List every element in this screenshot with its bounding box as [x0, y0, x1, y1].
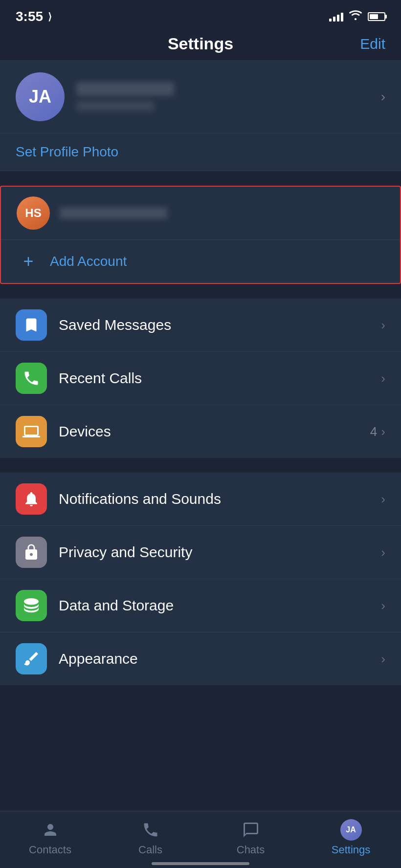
menu-item-devices[interactable]: Devices 4 › [0, 405, 401, 458]
privacy-icon-wrap [16, 537, 47, 568]
menu-item-recent-calls[interactable]: Recent Calls › [0, 352, 401, 405]
menu-item-data[interactable]: Data and Storage › [0, 579, 401, 632]
brush-icon [22, 650, 40, 668]
privacy-chevron-icon: › [381, 545, 385, 560]
tab-calls[interactable]: Calls [121, 819, 180, 856]
location-icon: ⟩ [48, 11, 52, 22]
recent-calls-icon-wrap [16, 363, 47, 394]
phone-icon [22, 369, 40, 387]
menu-item-appearance[interactable]: Appearance › [0, 632, 401, 685]
calls-tab-label: Calls [138, 844, 162, 856]
secondary-account-name-blurred [60, 207, 167, 219]
devices-chevron-icon: › [381, 424, 385, 439]
appearance-chevron-icon: › [381, 651, 385, 667]
devices-label: Devices [59, 423, 370, 440]
section-gap-1 [0, 171, 401, 186]
notifications-icon-wrap [16, 483, 47, 515]
accounts-section: HS + Add Account [0, 186, 401, 284]
profile-section[interactable]: JA › [0, 61, 401, 133]
menu-item-privacy[interactable]: Privacy and Security › [0, 526, 401, 579]
notifications-label: Notifications and Sounds [59, 491, 381, 507]
set-profile-photo-section[interactable]: Set Profile Photo [0, 133, 401, 171]
tab-bar: Contacts Calls Chats JA Settings [0, 811, 401, 868]
tab-settings[interactable]: JA Settings [322, 819, 380, 856]
appearance-label: Appearance [59, 651, 381, 667]
menu-item-saved-messages[interactable]: Saved Messages › [0, 299, 401, 352]
status-icons [329, 10, 385, 23]
contacts-tab-icon [40, 819, 61, 841]
privacy-label: Privacy and Security [59, 544, 381, 561]
status-time: 3:55 ⟩ [16, 9, 52, 24]
data-icon-wrap [16, 590, 47, 621]
home-indicator [152, 862, 249, 865]
saved-messages-label: Saved Messages [59, 317, 381, 333]
notifications-chevron-icon: › [381, 492, 385, 507]
saved-messages-icon-wrap [16, 309, 47, 341]
status-bar: 3:55 ⟩ [0, 0, 401, 29]
set-profile-photo-button[interactable]: Set Profile Photo [16, 144, 118, 159]
storage-icon [22, 597, 40, 614]
content-area: JA › Set Profile Photo HS + Add Account [0, 61, 401, 763]
profile-info [76, 82, 373, 111]
add-account-item[interactable]: + Add Account [1, 240, 400, 283]
profile-phone-blurred [76, 101, 155, 111]
section-gap-3 [0, 458, 401, 473]
settings-avatar: JA [340, 819, 362, 841]
saved-messages-chevron-icon: › [381, 318, 385, 333]
chats-tab-label: Chats [237, 844, 265, 856]
appearance-icon-wrap [16, 643, 47, 674]
tab-contacts[interactable]: Contacts [21, 819, 80, 856]
secondary-account-avatar: HS [17, 196, 50, 230]
time-display: 3:55 [16, 9, 43, 24]
signal-icon [329, 12, 343, 22]
chats-tab-icon [240, 819, 262, 841]
bell-icon [22, 490, 40, 508]
profile-name-blurred [76, 82, 174, 96]
calls-tab-icon [140, 819, 161, 841]
menu-item-notifications[interactable]: Notifications and Sounds › [0, 473, 401, 526]
contacts-tab-label: Contacts [29, 844, 71, 856]
recent-calls-label: Recent Calls [59, 370, 381, 387]
recent-calls-chevron-icon: › [381, 371, 385, 386]
add-account-label: Add Account [50, 254, 127, 269]
laptop-icon [22, 423, 40, 440]
devices-icon-wrap [16, 416, 47, 447]
nav-bar: Settings Edit [0, 29, 401, 61]
page-title: Settings [168, 34, 233, 53]
battery-icon [368, 12, 385, 21]
menu-section-2: Notifications and Sounds › Privacy and S… [0, 473, 401, 685]
section-gap-2 [0, 284, 401, 299]
data-label: Data and Storage [59, 597, 381, 614]
settings-tab-icon: JA [340, 819, 362, 841]
profile-chevron-icon: › [381, 89, 385, 105]
secondary-account-item[interactable]: HS [1, 187, 400, 240]
menu-section-1: Saved Messages › Recent Calls › Devices … [0, 299, 401, 458]
settings-tab-label: Settings [332, 844, 371, 856]
wifi-icon [349, 10, 362, 23]
edit-button[interactable]: Edit [360, 36, 385, 52]
tab-chats[interactable]: Chats [222, 819, 280, 856]
data-chevron-icon: › [381, 598, 385, 613]
bookmark-icon [22, 316, 40, 334]
avatar: JA [16, 72, 65, 121]
lock-icon [22, 543, 40, 561]
devices-badge: 4 [370, 424, 377, 439]
add-icon: + [17, 250, 40, 273]
